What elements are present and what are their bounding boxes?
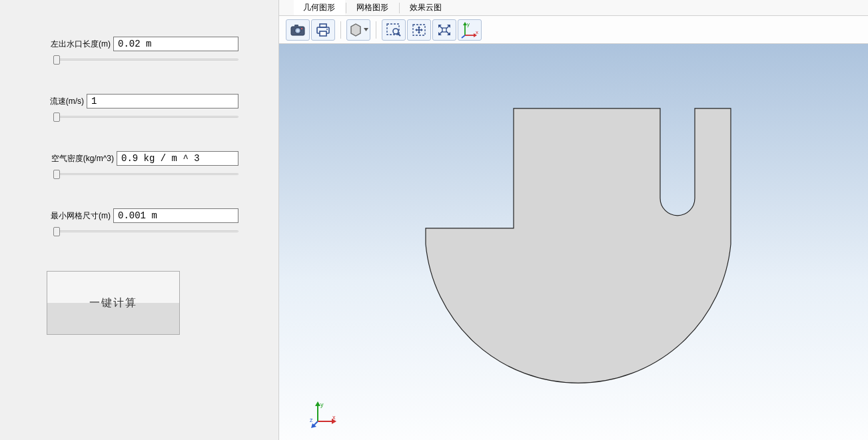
svg-marker-18 <box>418 32 420 34</box>
camera-icon <box>290 24 305 36</box>
view-tabs: 几何图形 网格图形 效果云图 <box>279 0 868 16</box>
axes-button[interactable]: y x <box>458 19 482 41</box>
svg-point-12 <box>393 29 398 34</box>
svg-marker-9 <box>351 24 360 36</box>
settings-button[interactable] <box>346 19 370 41</box>
hexagon-icon <box>348 23 363 37</box>
axes-icon: y x <box>460 21 480 39</box>
zoom-box-button[interactable] <box>382 19 406 41</box>
zoom-box-icon <box>386 23 402 37</box>
geometry-viewport[interactable]: y x z <box>279 44 868 440</box>
svg-line-34 <box>462 35 465 38</box>
label-outlet-length: 左出水口长度(m) <box>47 39 113 50</box>
input-outlet-length[interactable] <box>113 37 238 51</box>
chevron-down-icon <box>364 28 368 31</box>
svg-text:y: y <box>320 401 324 408</box>
viewer-panel: 几何图形 网格图形 效果云图 <box>278 0 868 440</box>
print-button[interactable] <box>311 19 335 41</box>
pan-icon <box>411 23 427 37</box>
svg-point-3 <box>296 29 300 32</box>
svg-text:z: z <box>310 417 313 423</box>
slider-air-density[interactable] <box>53 168 238 180</box>
input-flow-velocity[interactable] <box>87 94 238 109</box>
tab-contour[interactable]: 效果云图 <box>400 0 452 15</box>
svg-point-8 <box>326 29 328 30</box>
calculate-button[interactable]: 一键计算 <box>47 271 180 335</box>
svg-rect-7 <box>320 31 326 36</box>
tab-geometry[interactable]: 几何图形 <box>294 0 345 15</box>
svg-marker-10 <box>364 28 368 31</box>
axis-gizmo: y x z <box>310 400 338 428</box>
label-flow-velocity: 流速(m/s) <box>47 96 87 107</box>
tab-mesh[interactable]: 网格图形 <box>347 0 398 15</box>
svg-point-4 <box>301 28 302 29</box>
svg-marker-20 <box>421 29 423 31</box>
geometry-shape <box>407 101 740 394</box>
printer-icon <box>316 23 330 37</box>
param-flow-velocity: 流速(m/s) <box>47 94 238 123</box>
svg-text:y: y <box>467 21 470 27</box>
viewer-toolbar: y x <box>279 16 868 44</box>
param-air-density: 空气密度(kg/m^3) <box>47 151 238 180</box>
input-min-mesh[interactable] <box>113 208 238 223</box>
svg-line-13 <box>398 33 400 36</box>
screenshot-button[interactable] <box>286 19 310 41</box>
parameters-panel: 左出水口长度(m) 流速(m/s) 空气密度(kg/m^3) 最小网格尺寸(m) <box>0 0 278 440</box>
slider-outlet-length[interactable] <box>53 54 238 66</box>
svg-rect-1 <box>294 25 298 27</box>
svg-marker-17 <box>418 26 420 28</box>
svg-text:x: x <box>332 414 336 421</box>
label-air-density: 空气密度(kg/m^3) <box>47 153 117 164</box>
input-air-density[interactable] <box>117 151 238 166</box>
label-min-mesh: 最小网格尺寸(m) <box>47 210 113 222</box>
slider-min-mesh[interactable] <box>53 226 238 238</box>
param-outlet-length: 左出水口长度(m) <box>47 37 238 66</box>
param-min-mesh: 最小网格尺寸(m) <box>47 208 238 238</box>
svg-rect-6 <box>320 24 326 27</box>
svg-marker-38 <box>315 401 320 406</box>
fit-icon <box>436 23 452 37</box>
svg-text:x: x <box>476 29 478 35</box>
zoom-fit-button[interactable] <box>432 19 456 41</box>
slider-flow-velocity[interactable] <box>53 111 238 123</box>
svg-rect-29 <box>442 28 446 32</box>
pan-button[interactable] <box>407 19 431 41</box>
svg-marker-19 <box>415 29 417 31</box>
